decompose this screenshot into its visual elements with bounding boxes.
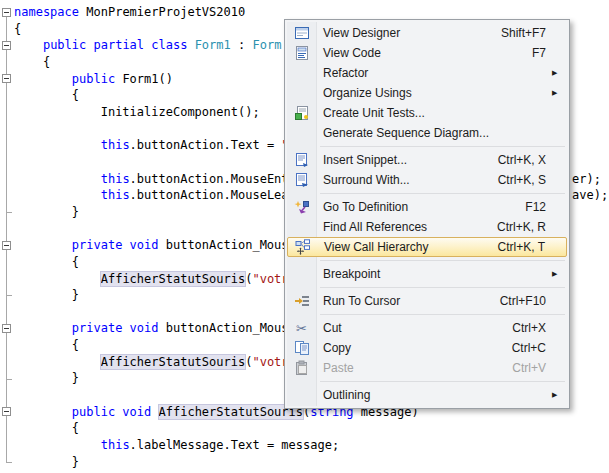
code-text: .buttonAction.MouseLeav [130, 188, 296, 202]
collapse-region-icon[interactable] [2, 407, 11, 416]
code-text: } [14, 455, 79, 469]
paste-icon [287, 360, 316, 376]
menu-item-copy[interactable]: CopyCtrl+C [287, 338, 567, 358]
menu-item-label: Find All References [316, 220, 497, 234]
menu-item-run-to-cursor[interactable]: Run To CursorCtrl+F10 [287, 291, 567, 311]
code-line[interactable]: } [14, 454, 609, 471]
code-text: .labelMessage.Text = message; [130, 438, 340, 452]
collapse-region-icon[interactable] [2, 74, 11, 83]
run-to-cursor-icon [287, 293, 316, 309]
code-text [14, 38, 43, 52]
submenu-arrow-icon: ▶ [552, 391, 567, 399]
copy-icon [287, 340, 316, 356]
menu-separator [320, 193, 565, 194]
menu-item-view-code[interactable]: View CodeF7 [287, 43, 567, 63]
code-text [14, 138, 101, 152]
menu-item-label: View Designer [316, 26, 501, 40]
code-text [14, 188, 101, 202]
menu-item-organize-usings[interactable]: Organize Usings▶ [287, 83, 567, 103]
menu-item-cut[interactable]: ✂CutCtrl+X [287, 318, 567, 338]
outline-end-tick [6, 379, 12, 380]
code-text [14, 438, 101, 452]
menu-item-go-to-definition[interactable]: Go To DefinitionF12 [287, 197, 567, 217]
code-text [14, 72, 72, 86]
submenu-arrow-icon: ▶ [552, 89, 567, 97]
code-text [151, 405, 158, 419]
menu-item-label: Insert Snippet... [316, 153, 498, 167]
menu-item-label: Create Unit Tests... [316, 106, 546, 120]
menu-item-label: Run To Cursor [316, 294, 500, 308]
code-text: } [14, 205, 79, 219]
menu-item-outlining[interactable]: Outlining▶ [287, 385, 567, 405]
menu-item-label: View Code [316, 46, 532, 60]
menu-item-view-designer[interactable]: View DesignerShift+F7 [287, 23, 567, 43]
menu-item-label: Go To Definition [316, 200, 525, 214]
create-unit-tests-icon [287, 105, 316, 121]
menu-item-label: Copy [316, 341, 512, 355]
outline-margin [0, 0, 14, 473]
code-text [14, 321, 72, 335]
vs2010-editor-window: namespace MonPremierProjetVS2010{ public… [0, 0, 609, 473]
code-text: buttonAction_Mous [159, 238, 289, 252]
menu-item-shortcut: Ctrl+K, S [498, 173, 552, 187]
code-text [14, 355, 101, 369]
collapse-region-icon[interactable] [2, 41, 11, 50]
view-call-hierarchy-icon [288, 239, 317, 255]
highlighted-reference: AfficherStatutSouris [159, 405, 304, 419]
menu-item-surround-with[interactable]: Surround With...Ctrl+K, S [287, 170, 567, 190]
go-to-definition-icon [287, 199, 316, 215]
code-text: Form [252, 38, 281, 52]
code-text [14, 405, 72, 419]
menu-item-label: Refactor [316, 66, 546, 80]
menu-item-insert-snippet[interactable]: Insert Snippet...Ctrl+K, X [287, 150, 567, 170]
code-text: this [101, 172, 130, 186]
code-text [187, 38, 194, 52]
outline-end-tick [6, 212, 12, 213]
code-text: Form1() [115, 72, 173, 86]
menu-separator [320, 146, 565, 147]
code-text: this [101, 138, 130, 152]
code-text [14, 272, 101, 286]
menu-item-view-call-hierarchy[interactable]: View Call HierarchyCtrl+K, T [287, 237, 567, 257]
code-text: MonPremierProjetVS2010 [79, 5, 245, 19]
code-overflow-tail[interactable]: er); [572, 171, 601, 188]
submenu-arrow-icon: ▶ [552, 270, 567, 278]
collapse-region-icon[interactable] [2, 241, 11, 250]
code-text: public void [72, 405, 151, 419]
menu-item-generate-sequence-diagram[interactable]: Generate Sequence Diagram... [287, 123, 567, 143]
code-line[interactable]: this.labelMessage.Text = message; [14, 437, 609, 454]
menu-item-paste[interactable]: PasteCtrl+V [287, 358, 567, 378]
menu-separator [320, 260, 565, 261]
menu-item-find-all-references[interactable]: Find All ReferencesCtrl+K, R [287, 217, 567, 237]
code-text: namespace [14, 5, 79, 19]
collapse-region-icon[interactable] [2, 324, 11, 333]
menu-item-create-unit-tests[interactable]: Create Unit Tests... [287, 103, 567, 123]
menu-item-breakpoint[interactable]: Breakpoint▶ [287, 264, 567, 284]
collapse-region-icon[interactable] [2, 8, 11, 17]
code-text: buttonAction_Mous [159, 321, 289, 335]
menu-item-label: Cut [316, 321, 512, 335]
menu-item-shortcut: Ctrl+K, R [497, 220, 552, 234]
cut-icon: ✂ [287, 322, 316, 335]
menu-item-shortcut: Shift+F7 [501, 26, 552, 40]
code-line[interactable]: { [14, 420, 609, 437]
code-text: Form1 [195, 38, 231, 52]
menu-separator [320, 314, 565, 315]
menu-item-label: Breakpoint [316, 267, 546, 281]
code-text: { [14, 88, 79, 102]
menu-item-label: Paste [316, 361, 512, 375]
code-text: .buttonAction.Text = [130, 138, 282, 152]
view-code-icon [287, 45, 316, 61]
code-text: { [14, 55, 50, 69]
code-text: .buttonAction.MouseEnte [130, 172, 296, 186]
menu-item-label: Surround With... [316, 173, 498, 187]
menu-item-label: View Call Hierarchy [317, 240, 498, 254]
menu-item-refactor[interactable]: Refactor▶ [287, 63, 567, 83]
code-overflow-tail[interactable]: ave); [572, 187, 608, 204]
code-text: private void [72, 321, 159, 335]
code-text: public partial class [43, 38, 188, 52]
code-text: public [72, 72, 115, 86]
code-text: private void [72, 238, 159, 252]
menu-separator [320, 287, 565, 288]
menu-item-label: Organize Usings [316, 86, 546, 100]
